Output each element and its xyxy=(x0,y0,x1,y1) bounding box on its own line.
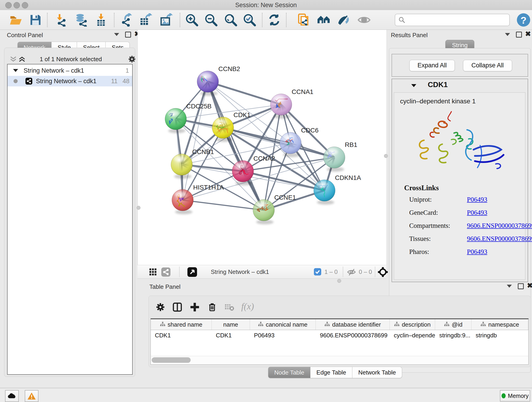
node-table-box: f(x) shared namenamecanonical namedataba… xyxy=(148,296,531,367)
crosslink-link[interactable]: 9606.ENSP00000378699 xyxy=(467,222,532,230)
tree-expand-icon[interactable] xyxy=(13,69,18,72)
right-splitter-handle[interactable] xyxy=(384,154,388,158)
import-table-icon[interactable] xyxy=(94,13,108,27)
panel-menu-icon[interactable] xyxy=(507,285,512,288)
node-table[interactable]: shared namenamecanonical namedatabase id… xyxy=(151,318,529,357)
crosslink-link[interactable]: 9606.ENSP00000378699 xyxy=(467,235,532,242)
table-row[interactable]: CDK1CDK1P064939606.ENSP00000378699cyclin… xyxy=(151,330,528,341)
panel-close-icon[interactable]: ✖ xyxy=(525,32,531,36)
show-columns-icon[interactable] xyxy=(172,302,183,313)
memory-button[interactable]: Memory xyxy=(500,390,530,402)
network-node-CDC6[interactable] xyxy=(280,132,301,157)
network-node-CCNB2[interactable] xyxy=(197,71,219,96)
left-splitter-handle[interactable] xyxy=(137,206,140,210)
network-node-CDKN1A[interactable] xyxy=(314,180,335,205)
table-cell[interactable]: cyclin–dependent ... xyxy=(390,330,435,341)
crosslink-link[interactable]: P06493 xyxy=(467,209,487,216)
refresh-layout-icon[interactable] xyxy=(268,13,281,27)
hidden-eye-icon[interactable] xyxy=(347,268,356,276)
network-node-CCNA2[interactable] xyxy=(232,160,254,185)
zoom-out-icon[interactable] xyxy=(204,13,218,27)
network-node-RB1[interactable] xyxy=(323,147,345,172)
svg-text:?: ? xyxy=(520,15,526,26)
network-node-CCNB1[interactable] xyxy=(171,154,192,179)
network-collection-row[interactable]: String Network – cdk1 1 xyxy=(7,65,132,76)
table-cell[interactable]: stringdb:9... xyxy=(435,330,472,341)
table-cell[interactable]: P06493 xyxy=(250,330,316,341)
gear-icon[interactable] xyxy=(128,55,136,64)
table-cell[interactable]: 9606.ENSP00000378699 xyxy=(316,330,389,341)
expand-all-button[interactable]: Expand All xyxy=(409,60,455,71)
open-in-window-icon[interactable] xyxy=(187,267,197,277)
collapse-all-button[interactable]: Collapse All xyxy=(463,60,512,71)
save-session-icon[interactable] xyxy=(29,13,42,27)
import-network-database-icon[interactable] xyxy=(75,13,88,27)
column-header-shared-name[interactable]: shared name xyxy=(151,319,212,330)
cloud-button[interactable] xyxy=(5,390,19,402)
import-network-file-icon[interactable] xyxy=(55,13,68,27)
section-collapse-icon[interactable] xyxy=(411,84,416,87)
panel-close-icon[interactable]: ✖ xyxy=(527,283,532,288)
table-settings-gear-icon[interactable] xyxy=(155,302,166,313)
zoom-window-button[interactable] xyxy=(22,2,28,8)
search-input[interactable] xyxy=(408,15,505,24)
panel-menu-icon[interactable] xyxy=(114,33,119,36)
panel-float-icon[interactable] xyxy=(516,32,522,38)
tab-edge-table[interactable]: Edge Table xyxy=(310,367,352,378)
selected-checkbox-icon[interactable] xyxy=(314,268,321,275)
show-all-networks-icon[interactable] xyxy=(317,13,330,27)
export-network-icon[interactable] xyxy=(120,13,133,27)
table-panel-tabs: Node TableEdge TableNetwork Table xyxy=(268,367,402,378)
panel-float-icon[interactable] xyxy=(518,283,524,289)
table-horizontal-scrollbar[interactable] xyxy=(151,356,529,365)
column-header-namespace[interactable]: namespace xyxy=(472,319,528,330)
add-column-icon[interactable] xyxy=(190,302,200,313)
tab-network-table[interactable]: Network Table xyxy=(352,367,402,378)
column-header-@id[interactable]: @id xyxy=(435,319,472,330)
crosslink-link[interactable]: P06493 xyxy=(467,196,487,203)
network-share-icon[interactable] xyxy=(161,268,171,277)
column-header-description[interactable]: description xyxy=(390,319,435,330)
network-node-HIST1H1A[interactable] xyxy=(172,189,193,214)
crosslink-link[interactable]: P06493 xyxy=(467,248,487,255)
zoom-fit-icon[interactable] xyxy=(224,13,237,27)
grid-view-icon[interactable] xyxy=(149,268,157,276)
delete-column-icon[interactable] xyxy=(207,302,217,313)
network-node-CDK1[interactable] xyxy=(212,117,234,142)
table-cell[interactable]: CDK1 xyxy=(212,330,250,341)
table-cell[interactable]: stringdb xyxy=(472,330,528,341)
column-header-canonical-name[interactable]: canonical name xyxy=(250,319,316,330)
open-session-icon[interactable] xyxy=(9,13,22,27)
function-builder-icon-disabled: f(x) xyxy=(241,301,254,312)
zoom-selected-icon[interactable] xyxy=(243,13,256,27)
expand-all-icon[interactable] xyxy=(18,56,26,63)
selected-counter: 1 – 0 xyxy=(324,268,338,275)
column-header-name[interactable]: name xyxy=(212,319,250,330)
export-table-icon[interactable] xyxy=(139,13,152,27)
collection-count: 1 xyxy=(126,67,129,74)
table-cell[interactable]: CDK1 xyxy=(151,330,212,341)
network-node-CDC25B[interactable] xyxy=(165,108,186,133)
network-view-canvas[interactable]: CCNB2CCNA1CDC25BCDK1CDC6RB1CCNB1CCNA2CDK… xyxy=(138,30,387,265)
birds-eye-toggle-icon[interactable] xyxy=(378,267,388,277)
panel-float-icon[interactable] xyxy=(125,32,131,38)
network-node-CCNE1[interactable] xyxy=(253,199,274,224)
network-label: String Network – cdk1 xyxy=(36,78,96,85)
clone-network-icon[interactable] xyxy=(298,13,311,27)
close-window-button[interactable] xyxy=(5,2,12,8)
collapse-all-icon[interactable] xyxy=(9,56,17,63)
panel-menu-icon[interactable] xyxy=(505,33,510,36)
warnings-button[interactable] xyxy=(25,390,38,402)
help-icon[interactable]: ? xyxy=(516,13,531,27)
column-header-database-identifier[interactable]: database identifier xyxy=(316,319,389,330)
zoom-in-icon[interactable] xyxy=(185,13,198,27)
network-selected-status: 1 of 1 Network selected xyxy=(30,56,112,63)
network-row-selected[interactable]: String Network – cdk1 11 48 xyxy=(7,76,132,86)
hide-selected-icon[interactable] xyxy=(337,13,350,27)
export-image-icon[interactable] xyxy=(159,13,173,27)
network-node-CCNA1[interactable] xyxy=(270,94,292,119)
collection-label: String Network – cdk1 xyxy=(24,67,84,74)
minimize-window-button[interactable] xyxy=(13,2,20,8)
scrollbar-thumb[interactable] xyxy=(152,357,191,363)
tab-node-table[interactable]: Node Table xyxy=(268,367,310,378)
